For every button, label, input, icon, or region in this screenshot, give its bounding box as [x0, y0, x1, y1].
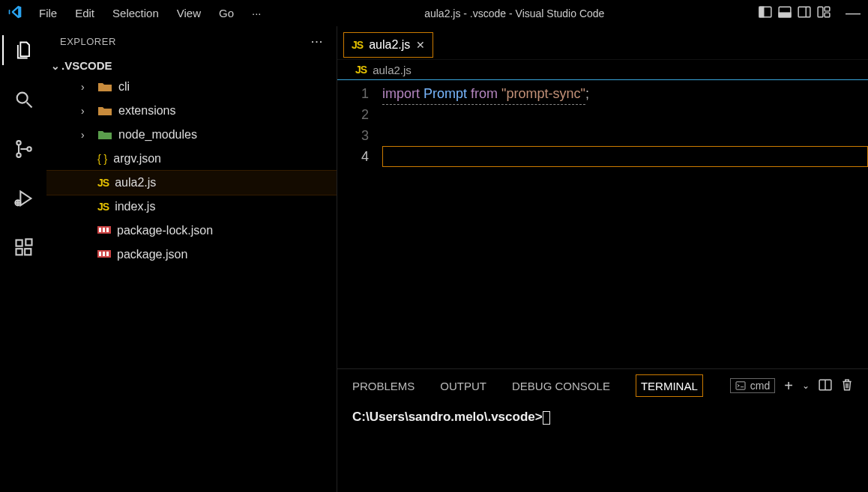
tab-aula2[interactable]: JS aula2.js ✕: [343, 32, 433, 58]
tab-label: aula2.js: [369, 38, 410, 52]
tree-item-aula2-js[interactable]: JSaula2.js: [46, 171, 337, 195]
npm-file-icon: [97, 226, 111, 235]
menu-selection[interactable]: Selection: [103, 4, 168, 22]
menu-bar: File Edit Selection View Go ···: [30, 4, 271, 22]
activity-explorer-icon[interactable]: [2, 35, 44, 65]
code-editor[interactable]: 1 2 3 4 import Prompt from "prompt-sync"…: [337, 80, 868, 368]
svg-point-13: [27, 147, 31, 151]
tree-item-label: cli: [118, 80, 130, 94]
bottom-panel: PROBLEMS OUTPUT DEBUG CONSOLE TERMINAL c…: [337, 368, 868, 492]
layout-controls: [759, 5, 831, 22]
chevron-right-icon: ›: [81, 129, 91, 141]
terminal-output[interactable]: C:\Users\sandro.melo\.vscode>: [337, 402, 868, 492]
activity-extensions-icon[interactable]: [2, 233, 44, 263]
svg-rect-30: [736, 382, 745, 389]
svg-rect-25: [106, 228, 109, 232]
tree-item-cli[interactable]: ›cli: [46, 75, 337, 99]
line-gutter: 1 2 3 4: [337, 83, 382, 368]
tree-item-argv-json[interactable]: { }argv.json: [46, 147, 337, 171]
svg-rect-27: [99, 252, 101, 256]
js-file-icon: JS: [97, 201, 109, 213]
svg-rect-7: [825, 7, 830, 11]
sidebar-explorer: EXPLORER ··· ⌄ .VSCODE ›cli›extensions›n…: [46, 26, 337, 492]
folder-icon: [97, 105, 112, 117]
svg-rect-28: [103, 252, 105, 256]
svg-point-12: [16, 153, 20, 157]
terminal-profile-label: cmd: [750, 380, 770, 392]
js-file-icon: JS: [97, 177, 109, 189]
breadcrumb[interactable]: JS aula2.js: [337, 59, 868, 80]
activity-run-debug-icon[interactable]: [2, 183, 44, 213]
sidebar-more-icon[interactable]: ···: [310, 34, 323, 49]
chevron-right-icon: ›: [81, 81, 91, 93]
close-icon[interactable]: ✕: [416, 39, 425, 51]
activity-bar: [0, 26, 46, 492]
svg-rect-6: [818, 7, 823, 17]
kill-terminal-icon[interactable]: [841, 378, 853, 394]
svg-rect-8: [825, 13, 830, 17]
svg-rect-20: [25, 249, 31, 255]
menu-view[interactable]: View: [168, 4, 210, 22]
terminal-profile-selector[interactable]: cmd: [730, 378, 775, 393]
menu-go[interactable]: Go: [210, 4, 243, 22]
vscode-logo-icon: [7, 4, 22, 22]
svg-marker-14: [20, 192, 31, 206]
tree-root-label: .VSCODE: [61, 59, 112, 72]
panel-tab-debug-console[interactable]: DEBUG CONSOLE: [512, 374, 610, 397]
folder-icon: [97, 81, 112, 93]
svg-rect-3: [779, 13, 791, 17]
panel-tab-terminal[interactable]: TERMINAL: [636, 374, 703, 397]
activity-search-icon[interactable]: [2, 85, 44, 115]
split-terminal-icon[interactable]: [819, 379, 832, 393]
layout-secondary-sidebar-icon[interactable]: [798, 5, 811, 22]
activity-source-control-icon[interactable]: [2, 134, 44, 164]
npm-file-icon: [97, 250, 111, 259]
terminal-cursor: [543, 411, 550, 425]
titlebar: File Edit Selection View Go ··· aula2.js…: [0, 0, 868, 26]
svg-rect-21: [25, 239, 31, 245]
tree-item-node_modules[interactable]: ›node_modules: [46, 123, 337, 147]
js-file-icon: JS: [355, 64, 367, 76]
svg-point-11: [16, 141, 20, 145]
editor-area: JS aula2.js ✕ JS aula2.js 1 2 3 4 import…: [337, 26, 868, 492]
js-file-icon: JS: [352, 39, 363, 51]
chevron-down-icon: ⌄: [51, 60, 61, 72]
svg-rect-23: [99, 228, 101, 232]
new-terminal-icon[interactable]: +: [784, 377, 793, 395]
tree-item-extensions[interactable]: ›extensions: [46, 99, 337, 123]
tree-item-label: extensions: [118, 104, 176, 118]
panel-tab-problems[interactable]: PROBLEMS: [352, 374, 415, 397]
tree-item-index-js[interactable]: JSindex.js: [46, 195, 337, 219]
svg-rect-4: [798, 7, 810, 17]
json-file-icon: { }: [97, 153, 107, 165]
tree-item-package-json[interactable]: package.json: [46, 243, 337, 267]
minimize-icon[interactable]: —: [846, 4, 861, 22]
code-content[interactable]: import Prompt from "prompt-sync";: [382, 83, 868, 368]
layout-customize-icon[interactable]: [817, 5, 831, 22]
folder-icon: [97, 129, 112, 141]
svg-rect-24: [103, 228, 105, 232]
svg-line-10: [27, 103, 32, 108]
menu-file[interactable]: File: [30, 4, 66, 22]
tree-item-label: index.js: [115, 200, 155, 213]
layout-panel-icon[interactable]: [778, 5, 792, 22]
tabs-bar: JS aula2.js ✕: [337, 26, 868, 59]
svg-point-9: [17, 93, 28, 103]
terminal-prompt: C:\Users\sandro.melo\.vscode>: [352, 410, 543, 424]
sidebar-title: EXPLORER: [60, 36, 116, 47]
tree-item-label: aula2.js: [115, 176, 156, 189]
menu-edit[interactable]: Edit: [66, 4, 103, 22]
window-title: aula2.js - .vscode - Visual Studio Code: [271, 7, 759, 19]
panel-tab-output[interactable]: OUTPUT: [440, 374, 486, 397]
tree-item-label: package-lock.json: [117, 224, 213, 237]
file-tree: ⌄ .VSCODE ›cli›extensions›node_modules{ …: [46, 56, 337, 492]
tree-root[interactable]: ⌄ .VSCODE: [46, 56, 337, 75]
svg-rect-29: [106, 252, 109, 256]
tree-item-package-lock-json[interactable]: package-lock.json: [46, 219, 337, 243]
menu-overflow-icon[interactable]: ···: [243, 4, 271, 22]
breadcrumb-label: aula2.js: [373, 64, 412, 76]
tree-item-label: argv.json: [113, 152, 161, 165]
terminal-dropdown-icon[interactable]: ⌄: [802, 380, 810, 391]
tree-item-label: node_modules: [118, 128, 197, 142]
layout-primary-sidebar-icon[interactable]: [759, 5, 772, 22]
